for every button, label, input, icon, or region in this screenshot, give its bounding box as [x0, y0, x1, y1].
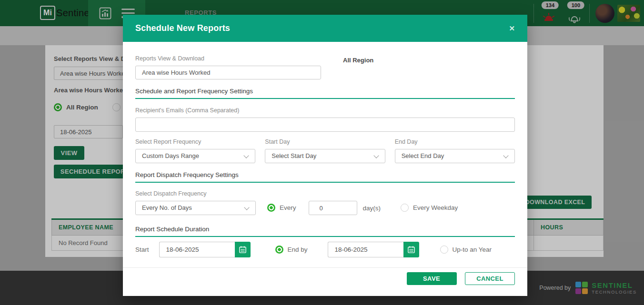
every-weekday-radio[interactable] — [401, 204, 409, 212]
start-date-input[interactable] — [159, 242, 235, 257]
upto-year-radio-label: Up-to an Year — [453, 246, 492, 253]
chevron-down-icon — [244, 205, 249, 210]
days-suffix-label: day(s) — [363, 205, 381, 212]
report-frequency-label: Select Report Frequency — [135, 138, 255, 145]
upto-year-radio[interactable] — [440, 246, 448, 254]
end-day-label: End Day — [395, 138, 515, 145]
report-frequency-select[interactable]: Custom Days Range — [135, 149, 255, 163]
modal-footer: SAVE CANCEL — [123, 267, 527, 296]
start-date-group — [159, 242, 251, 257]
reports-view-input[interactable] — [135, 66, 321, 79]
days-count-input[interactable] — [309, 201, 357, 215]
dispatch-frequency-value: Every No. of Days — [142, 204, 192, 211]
end-date-group — [328, 242, 419, 257]
recipients-input[interactable] — [135, 118, 515, 132]
modal-header: Schedule New Reports ✕ — [123, 15, 527, 42]
every-days-radio-label: Every — [280, 204, 296, 211]
report-frequency-value: Custom Days Range — [142, 152, 199, 159]
start-day-label: Start Day — [265, 138, 385, 145]
modal-all-region-text: All Region — [343, 57, 373, 64]
recipients-label: Recipient's Emails (Comma Separated) — [135, 107, 515, 114]
start-day-select[interactable]: Select Start Day — [265, 149, 385, 163]
start-date-label: Start — [135, 246, 149, 253]
chevron-down-icon — [244, 153, 249, 158]
modal-title: Schedule New Reports — [135, 23, 509, 33]
schedule-new-reports-modal: Schedule New Reports ✕ Reports View & Do… — [123, 15, 527, 296]
end-by-radio[interactable] — [275, 246, 283, 254]
section-schedule-duration: Report Schedule Duration — [135, 226, 515, 237]
end-day-value: Select End Day — [402, 152, 444, 159]
calendar-icon — [239, 246, 247, 254]
dispatch-frequency-select[interactable]: Every No. of Days — [135, 201, 256, 215]
start-calendar-button[interactable] — [235, 242, 251, 257]
every-days-radio[interactable] — [267, 204, 275, 212]
end-by-radio-label: End by — [288, 246, 308, 253]
end-day-select[interactable]: Select End Day — [395, 149, 515, 163]
screen: Mi Sentinel REPORTS 134 — [0, 0, 644, 305]
close-icon[interactable]: ✕ — [509, 25, 515, 32]
every-weekday-radio-label: Every Weekday — [413, 204, 458, 211]
end-calendar-button[interactable] — [403, 242, 419, 257]
section-schedule-frequency: Schedule and Report Frequency Settings — [135, 88, 515, 99]
section-dispatch-frequency: Report Dispatch Frequency Settings — [135, 171, 515, 183]
chevron-down-icon — [503, 153, 508, 158]
modal-body: Reports View & Download All Region Sched… — [123, 42, 527, 267]
save-button[interactable]: SAVE — [407, 272, 457, 285]
reports-view-label: Reports View & Download — [135, 55, 321, 62]
dispatch-frequency-label: Select Dispatch Frequency — [135, 190, 256, 197]
start-day-value: Select Start Day — [272, 152, 316, 159]
end-date-input[interactable] — [328, 242, 403, 257]
calendar-icon — [407, 246, 415, 254]
cancel-button[interactable]: CANCEL — [465, 272, 515, 285]
chevron-down-icon — [373, 153, 379, 158]
